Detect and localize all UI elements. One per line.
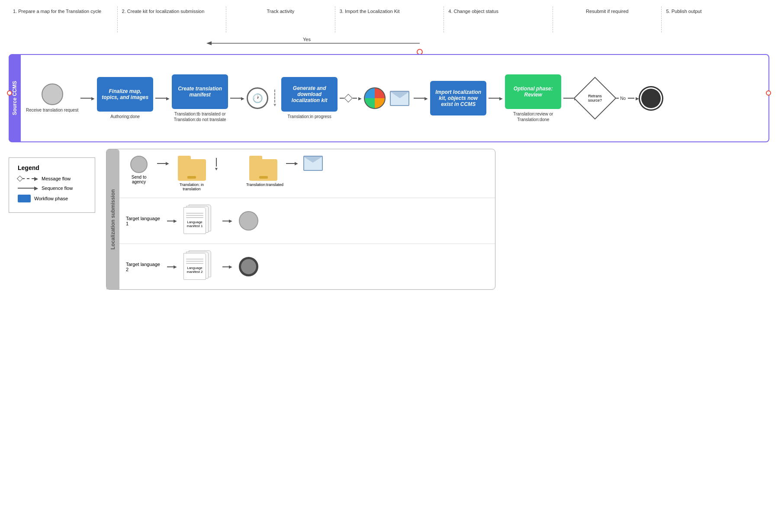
legend-workflow-label: Workflow phase <box>34 196 68 201</box>
folder-1-body <box>178 159 206 181</box>
phase-2-num: 2. <box>122 9 126 14</box>
phase-track-header: Track activity <box>226 6 335 32</box>
phase-2-label: Create kit for localization submission <box>127 9 205 14</box>
doc-line-4 <box>186 259 203 260</box>
routing-area <box>340 95 362 101</box>
doc-line-3 <box>186 217 203 218</box>
phase-1-header: 1. Prepare a map for the Translation cyc… <box>9 6 117 32</box>
left-edge-marker <box>7 90 12 96</box>
lang-lane-2: Target language 2 ▶ La <box>119 244 495 289</box>
svg-text:Yes: Yes <box>303 37 311 42</box>
folder-1-down-head: ▼ <box>214 167 219 171</box>
loc-envelope-node <box>303 156 323 171</box>
legend-arrow-icon: ▶ <box>34 176 38 182</box>
legend-message-flow: ▶ Message flow <box>18 176 86 182</box>
phase-4-label: Change object status <box>454 9 498 14</box>
phase-5-header: 5. Publish output <box>661 6 770 32</box>
lang-1-end-circle <box>239 211 258 231</box>
doc-line-1 <box>186 213 203 214</box>
legend-sequence-flow: ▶ Sequence flow <box>18 185 86 191</box>
phase-headers: 1. Prepare a map for the Translation cyc… <box>9 6 770 32</box>
lang-2-arrow-2: ▶ <box>222 264 232 269</box>
review-node: Optional phase: Review Translation:revie… <box>505 74 561 122</box>
phase-2-header: 2. Create kit for localization submissio… <box>117 6 226 32</box>
legend-solid-line <box>18 188 34 189</box>
manifest-1-label: Language manifest 1 <box>186 220 203 228</box>
lang-lane-1: Target language 1 ▶ La <box>119 198 495 244</box>
create-manifest-rect: Create translation manifest <box>172 74 228 109</box>
swimlane-label-text: Source CCMS <box>12 81 18 115</box>
send-agency-label: Send to agency <box>126 175 152 184</box>
create-manifest-node: Create translation manifest Translation:… <box>172 74 228 122</box>
send-agency-circle <box>130 156 148 173</box>
send-agency-node: Send to agency <box>126 156 152 184</box>
lang-1-arrow-2: ▶ <box>222 218 232 223</box>
loc-envelope-icon <box>303 156 323 171</box>
pie-node <box>364 87 386 109</box>
folder-2-node: Translation:translated <box>246 156 281 187</box>
phase-3-header: 3. Import the Localization Kit <box>335 6 444 32</box>
doc-page-2c: Language manifest 2 <box>183 253 206 280</box>
phase-3-num: 3. <box>340 9 344 14</box>
envelope-flap <box>390 92 409 98</box>
loc-content: Send to agency ▶ <box>119 149 495 289</box>
import-kit-rect: Import localization kit, objects now exi… <box>430 81 486 115</box>
arrow-1-head <box>91 95 95 101</box>
arrow-4 <box>414 95 428 101</box>
main-container: 1. Prepare a map for the Translation cyc… <box>0 0 778 294</box>
target-lang-2-label: Target language 2 <box>126 262 161 272</box>
swimlane-content: Receive translation request Finalize map… <box>22 55 768 141</box>
lower-area: Legend ▶ Message flow ▶ Sequence flow <box>4 149 774 290</box>
phase-5-label: Publish output <box>672 9 702 14</box>
start-node: Receive translation request <box>26 83 78 113</box>
arrow-3-head <box>241 95 244 101</box>
envelope-icon <box>390 91 409 106</box>
loc-top-flow: Send to agency ▶ <box>126 156 489 191</box>
yes-flow-svg: Yes <box>9 32 769 54</box>
doc-line-2 <box>186 215 203 216</box>
translation-in-translation-label: Translation: in translation <box>174 183 209 191</box>
loc-submission-label: Localization submission <box>106 149 119 289</box>
clock-icon: 🕐 <box>247 87 268 109</box>
envelope-node <box>390 91 409 106</box>
lang-manifest-1-stack: Language manifest 1 <box>183 205 216 237</box>
retrans-diamond: Retrans source? <box>574 77 617 120</box>
phase-1-label: Prepare a map for the Translation cycle <box>18 9 101 14</box>
arrow-3 <box>230 95 244 101</box>
phase-4-num: 4. <box>448 9 452 14</box>
lang-2-arrow: ▶ <box>167 264 177 269</box>
arrow-2-head <box>166 95 170 101</box>
folder-1-down-line <box>216 158 217 167</box>
lang-2-end-circle <box>239 257 258 276</box>
end-node <box>641 89 661 108</box>
legend-diamond-icon <box>17 176 23 182</box>
arrow-2 <box>155 95 170 101</box>
legend-sequence-label: Sequence flow <box>42 186 73 191</box>
doc-line-5 <box>186 261 203 262</box>
arrow-1 <box>80 95 95 101</box>
loc-submission-box: Localization submission Send to agency <box>106 149 495 290</box>
folder-1-down-arrow: ▼ <box>214 158 219 171</box>
review-sublabel: Translation:review or Translation:done <box>505 111 561 122</box>
resubmit-label: Resubmit if required <box>586 9 628 14</box>
right-edge-marker <box>766 90 771 96</box>
finalize-sublabel: Authoring:done <box>110 114 140 119</box>
doc-line-6 <box>186 263 203 264</box>
loc-arrow-2: ▶ <box>286 161 298 166</box>
legend-workflow-phase: Workflow phase <box>18 195 86 202</box>
legend-sequence-arrow: ▶ <box>34 185 38 191</box>
end-circle <box>641 89 661 108</box>
finalize-node: Finalize map, topics, and images Authori… <box>97 77 153 119</box>
create-manifest-sublabel: Translation:tb translated or Translation… <box>172 111 228 122</box>
manifest-2-label: Language manifest 2 <box>186 266 203 274</box>
legend-box: Legend ▶ Message flow ▶ Sequence flow <box>9 157 95 213</box>
loc-top-section: Send to agency ▶ <box>119 149 495 198</box>
retrans-node: Retrans source? <box>580 83 610 113</box>
legend-title: Legend <box>18 164 86 171</box>
phase-4-header: 4. Change object status <box>444 6 553 32</box>
swimlane-label: Source CCMS <box>9 55 21 141</box>
lang-manifest-2-stack: Language manifest 2 <box>183 250 216 283</box>
lang-1-arrow: ▶ <box>167 218 177 223</box>
folder-2-shape <box>249 156 277 181</box>
arrow-4-head <box>424 95 428 101</box>
